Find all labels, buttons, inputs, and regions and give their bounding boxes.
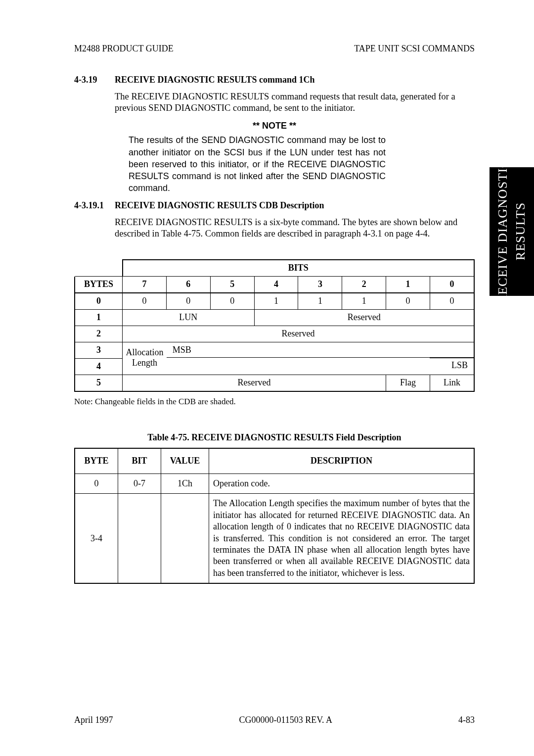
footer-center: CG00000-011503 REV. A xyxy=(239,715,332,725)
bit-col-header: 5 xyxy=(210,276,254,293)
reserved-field: Reserved xyxy=(254,309,474,326)
cdb-row: 0 0 0 0 1 1 1 0 0 xyxy=(75,293,474,310)
link-field: Link xyxy=(430,375,474,391)
header-right: TAPE UNIT SCSI COMMANDS xyxy=(354,44,475,54)
cdb-row: 2 Reserved xyxy=(75,326,474,342)
cdb-table-wrap: BITS BYTES 7 6 5 4 3 2 1 0 0 0 0 0 1 1 1 xyxy=(74,259,475,407)
byte-index: 2 xyxy=(75,326,123,342)
section-number: 4-3.19 xyxy=(74,75,115,85)
bits-header: BITS xyxy=(123,260,474,277)
cdb-cell: 0 xyxy=(430,293,474,310)
description-cell: Operation code. xyxy=(209,473,475,493)
col-header: VALUE xyxy=(161,448,209,474)
note-header: ** NOTE ** xyxy=(74,121,475,131)
byte-cell: 3-4 xyxy=(75,494,118,583)
subsection-paragraph: RECEIVE DIAGNOSTIC RESULTS is a six-byte… xyxy=(115,217,475,239)
msb-label: MSB xyxy=(167,343,430,358)
bytes-header: BYTES xyxy=(75,276,123,293)
lun-field: LUN xyxy=(123,309,255,326)
table-row: 3-4 The Allocation Length specifies the … xyxy=(75,494,474,583)
value-cell: 1Ch xyxy=(161,473,209,493)
field-description-table: BYTE BIT VALUE DESCRIPTION 0 0-7 1Ch Ope… xyxy=(74,448,475,584)
footer-left: April 1997 xyxy=(74,715,113,725)
lsb-label: LSB xyxy=(430,358,474,373)
cdb-table: BITS BYTES 7 6 5 4 3 2 1 0 0 0 0 0 1 1 1 xyxy=(74,259,475,392)
subsection-title: RECEIVE DIAGNOSTIC RESULTS CDB Descripti… xyxy=(115,200,324,211)
bit-cell: 0-7 xyxy=(118,473,161,493)
cdb-cell: 0 xyxy=(386,293,430,310)
page-footer: April 1997 CG00000-011503 REV. A 4-83 xyxy=(74,715,475,725)
cdb-row: 3 MSB Allocation Length LSB xyxy=(75,342,474,358)
note-body: The results of the SEND DIAGNOSTIC comma… xyxy=(129,134,386,194)
bit-col-header: 3 xyxy=(298,276,342,293)
bit-col-header: 2 xyxy=(342,276,386,293)
byte-index: 4 xyxy=(75,358,123,375)
cdb-cell: 0 xyxy=(123,293,167,310)
field-table-caption: Table 4-75. RECEIVE DIAGNOSTIC RESULTS F… xyxy=(74,432,475,443)
table-row: 0 0-7 1Ch Operation code. xyxy=(75,473,474,493)
cdb-cell: 0 xyxy=(166,293,210,310)
cdb-table-note: Note: Changeable fields in the CDB are s… xyxy=(74,397,475,407)
footer-right: 4-83 xyxy=(458,715,475,725)
byte-index: 3 xyxy=(75,342,123,358)
section-paragraph: The RECEIVE DIAGNOSTIC RESULTS command r… xyxy=(115,91,475,114)
bit-col-header: 0 xyxy=(430,276,474,293)
subsection-heading: 4-3.19.1 RECEIVE DIAGNOSTIC RESULTS CDB … xyxy=(74,200,475,211)
cdb-cell: 1 xyxy=(254,293,298,310)
side-tab-line1: RECEIVE DIAGNOSTIC xyxy=(495,159,510,304)
cdb-cell: 0 xyxy=(210,293,254,310)
section-heading: 4-3.19 RECEIVE DIAGNOSTIC RESULTS comman… xyxy=(74,75,475,85)
byte-index: 1 xyxy=(75,309,123,326)
col-header: DESCRIPTION xyxy=(209,448,475,474)
cdb-row: 5 Reserved Flag Link xyxy=(75,375,474,391)
col-header: BIT xyxy=(118,448,161,474)
bit-cell xyxy=(118,494,161,583)
page: M2488 PRODUCT GUIDE TAPE UNIT SCSI COMMA… xyxy=(0,0,534,756)
byte-cell: 0 xyxy=(75,473,118,493)
reserved-field: Reserved xyxy=(123,326,474,342)
bit-col-header: 6 xyxy=(166,276,210,293)
side-tab: RECEIVE DIAGNOSTIC RESULTS xyxy=(490,167,534,296)
page-header: M2488 PRODUCT GUIDE TAPE UNIT SCSI COMMA… xyxy=(74,44,475,54)
flag-field: Flag xyxy=(386,375,430,391)
col-header: BYTE xyxy=(75,448,118,474)
header-left: M2488 PRODUCT GUIDE xyxy=(74,44,174,54)
byte-index: 0 xyxy=(75,293,123,310)
reserved-field: Reserved xyxy=(123,375,386,391)
side-tab-line2: RESULTS xyxy=(513,202,528,260)
description-cell: The Allocation Length specifies the maxi… xyxy=(209,494,475,583)
cdb-cell: 1 xyxy=(298,293,342,310)
cdb-row: 1 LUN Reserved xyxy=(75,309,474,326)
byte-index: 5 xyxy=(75,375,123,391)
bit-col-header: 7 xyxy=(123,276,167,293)
value-cell xyxy=(161,494,209,583)
subsection-number: 4-3.19.1 xyxy=(74,200,115,211)
cdb-cell: 1 xyxy=(342,293,386,310)
bit-col-header: 4 xyxy=(254,276,298,293)
bit-col-header: 1 xyxy=(386,276,430,293)
allocation-length-field: Allocation Length xyxy=(123,343,167,373)
section-title: RECEIVE DIAGNOSTIC RESULTS command 1Ch xyxy=(115,75,314,85)
